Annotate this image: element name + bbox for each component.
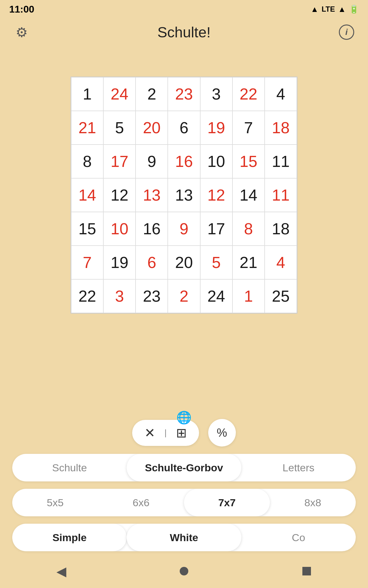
grid-cell-5-6[interactable]: 4 — [265, 246, 297, 279]
grid-cell-3-5[interactable]: 14 — [232, 178, 265, 212]
bottom-controls: ✕ | ⊞ 🌐 % Schulte Schulte-Gorbov Letters… — [0, 419, 368, 551]
grid-cell-2-3[interactable]: 16 — [168, 145, 200, 178]
grid-cell-0-0[interactable]: 1 — [71, 77, 103, 111]
grid-cell-4-3[interactable]: 9 — [168, 212, 200, 246]
back-icon: ◀ — [56, 564, 66, 579]
grid-cell-4-0[interactable]: 15 — [71, 212, 103, 246]
qr-icon[interactable]: ⊞ — [176, 425, 187, 440]
style-white[interactable]: White — [127, 524, 241, 551]
mode-selector: Schulte Schulte-Gorbov Letters — [12, 454, 356, 481]
mode-letters[interactable]: Letters — [241, 454, 356, 481]
grid-cell-1-5[interactable]: 7 — [232, 111, 265, 145]
grid-cell-6-2[interactable]: 23 — [136, 279, 168, 313]
grid-cell-5-2[interactable]: 6 — [136, 246, 168, 279]
gear-icon: ⚙ — [16, 24, 28, 40]
divider: | — [164, 428, 167, 438]
battery-icon: 🔋 — [349, 5, 359, 14]
size-selector: 5x5 6x6 7x7 8x8 — [12, 489, 356, 516]
grid-row-4: 151016917818 — [71, 212, 297, 246]
percent-icon: % — [217, 426, 227, 439]
info-icon: i — [339, 24, 354, 40]
grid-cell-6-4[interactable]: 24 — [200, 279, 232, 313]
grid-cell-2-4[interactable]: 10 — [200, 145, 232, 178]
bottom-nav: ◀ — [0, 554, 368, 588]
grid-cell-0-2[interactable]: 2 — [136, 77, 168, 111]
size-7x7[interactable]: 7x7 — [184, 489, 270, 516]
globe-icon: 🌐 — [176, 411, 192, 424]
grid-cell-2-5[interactable]: 15 — [232, 145, 265, 178]
grid-cell-4-6[interactable]: 18 — [265, 212, 297, 246]
grid-cell-0-3[interactable]: 23 — [168, 77, 200, 111]
status-time: 11:00 — [9, 4, 34, 15]
grid-cell-1-0[interactable]: 21 — [71, 111, 103, 145]
grid-row-2: 817916101511 — [71, 145, 297, 178]
grid-cell-2-0[interactable]: 8 — [71, 145, 103, 178]
grid-cell-0-6[interactable]: 4 — [265, 77, 297, 111]
grid-cell-6-5[interactable]: 1 — [232, 279, 265, 313]
grid-cell-4-4[interactable]: 17 — [200, 212, 232, 246]
grid-cell-4-5[interactable]: 8 — [232, 212, 265, 246]
mode-schulte[interactable]: Schulte — [12, 454, 127, 481]
globe-icon-wrap: 🌐 — [176, 410, 192, 425]
grid-row-0: 1242233224 — [71, 77, 297, 111]
grid-cell-5-1[interactable]: 19 — [103, 246, 136, 279]
grid-cell-2-2[interactable]: 9 — [136, 145, 168, 178]
grid-row-1: 21520619718 — [71, 111, 297, 145]
app-header: ⚙ Schulte! i — [0, 18, 368, 46]
percent-button[interactable]: % — [208, 419, 236, 447]
grid-cell-3-3[interactable]: 13 — [168, 178, 200, 212]
size-5x5[interactable]: 5x5 — [12, 489, 98, 516]
recent-icon — [302, 567, 311, 575]
grid-cell-3-1[interactable]: 12 — [103, 178, 136, 212]
grid-cell-5-3[interactable]: 20 — [168, 246, 200, 279]
grid-cell-6-0[interactable]: 22 — [71, 279, 103, 313]
grid-cell-5-4[interactable]: 5 — [200, 246, 232, 279]
grid-cell-3-2[interactable]: 13 — [136, 178, 168, 212]
cross-icon[interactable]: ✕ — [144, 425, 155, 440]
size-8x8[interactable]: 8x8 — [270, 489, 356, 516]
grid-cell-4-1[interactable]: 10 — [103, 212, 136, 246]
back-button[interactable]: ◀ — [49, 559, 74, 583]
style-color[interactable]: Co — [241, 524, 356, 551]
grid-cell-1-3[interactable]: 6 — [168, 111, 200, 145]
grid-cell-4-2[interactable]: 16 — [136, 212, 168, 246]
app-title: Schulte! — [157, 24, 210, 41]
recent-button[interactable] — [294, 559, 319, 583]
lte-label: LTE — [322, 5, 335, 13]
grid-cell-1-4[interactable]: 19 — [200, 111, 232, 145]
grid-row-6: 22323224125 — [71, 279, 297, 313]
grid-cell-5-5[interactable]: 21 — [232, 246, 265, 279]
grid-cell-1-1[interactable]: 5 — [103, 111, 136, 145]
wifi-icon: ▲ — [311, 5, 319, 14]
status-bar: 11:00 ▲ LTE ▲ 🔋 — [0, 0, 368, 18]
grid-cell-2-1[interactable]: 17 — [103, 145, 136, 178]
grid-cell-0-4[interactable]: 3 — [200, 77, 232, 111]
grid-cell-0-1[interactable]: 24 — [103, 77, 136, 111]
style-simple[interactable]: Simple — [12, 524, 127, 551]
grid-cell-3-4[interactable]: 12 — [200, 178, 232, 212]
status-icons: ▲ LTE ▲ 🔋 — [311, 5, 359, 14]
grid-cell-2-6[interactable]: 11 — [265, 145, 297, 178]
mode-schulte-gorbov[interactable]: Schulte-Gorbov — [127, 454, 241, 481]
grid-cell-6-6[interactable]: 25 — [265, 279, 297, 313]
grid-cell-1-6[interactable]: 18 — [265, 111, 297, 145]
signal-icon: ▲ — [338, 5, 346, 14]
settings-button[interactable]: ⚙ — [12, 23, 31, 41]
grid-cell-1-2[interactable]: 20 — [136, 111, 168, 145]
home-icon — [180, 567, 188, 575]
grid-cell-6-3[interactable]: 2 — [168, 279, 200, 313]
grid-cell-5-0[interactable]: 7 — [71, 246, 103, 279]
grid-cell-6-1[interactable]: 3 — [103, 279, 136, 313]
grid-cell-3-0[interactable]: 14 — [71, 178, 103, 212]
info-button[interactable]: i — [337, 23, 356, 41]
grid-row-5: 7196205214 — [71, 246, 297, 279]
size-6x6[interactable]: 6x6 — [98, 489, 184, 516]
schulte-grid: 1242233224215206197188179161015111412131… — [71, 77, 297, 314]
home-button[interactable] — [172, 559, 196, 583]
color-selector: Simple White Co — [12, 524, 356, 551]
icon-row: ✕ | ⊞ 🌐 % — [12, 419, 356, 447]
grid-cell-3-6[interactable]: 11 — [265, 178, 297, 212]
grid-cell-0-5[interactable]: 22 — [232, 77, 265, 111]
grid-row-3: 14121313121411 — [71, 178, 297, 212]
